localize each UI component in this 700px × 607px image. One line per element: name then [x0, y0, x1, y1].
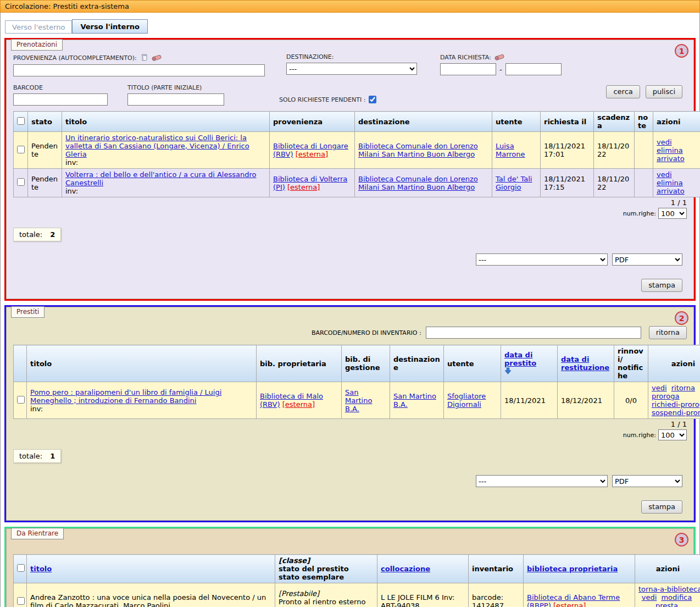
provenienza-label: PROVENIENZA (AUTOCOMPLETAMENTO):	[13, 53, 265, 62]
ritorna-button[interactable]: ritorna	[649, 326, 687, 339]
solo-richieste-checkbox[interactable]	[369, 96, 376, 103]
provenienza-input[interactable]	[13, 64, 265, 76]
elimina-link[interactable]: elimina	[657, 146, 683, 154]
elimina-link[interactable]: elimina	[657, 179, 683, 187]
titolo-cell: Volterra : del bello e dell'antico / a c…	[62, 169, 270, 197]
vedi-link[interactable]: vedi	[652, 384, 667, 392]
section-badge-1: 1	[675, 44, 688, 58]
titolo-parte-input[interactable]	[127, 93, 224, 106]
vedi-link[interactable]: vedi	[657, 170, 672, 179]
data-richiesta-da-input[interactable]	[440, 63, 496, 75]
solo-richieste-label: SOLO RICHIESTE PENDENTI :	[279, 96, 365, 103]
sort-desc-icon[interactable]	[504, 367, 512, 374]
table-row: Pomo pero : paralipomeni d'un libro di f…	[14, 382, 700, 419]
barcode-label: BARCODE	[13, 84, 108, 91]
titolo-link[interactable]: Volterra : del bello e dell'antico / a c…	[65, 170, 256, 187]
data-richiesta-a-input[interactable]	[505, 63, 562, 75]
da-rientrare-table: titolo [classe] stato del prestito stato…	[13, 554, 700, 607]
row-checkbox[interactable]	[17, 396, 25, 404]
select-all-checkbox[interactable]	[17, 564, 25, 572]
titolo-sort-link[interactable]: titolo	[30, 565, 52, 573]
autocomplete-list-icon[interactable]	[140, 53, 148, 62]
esterna-tag[interactable]: [esterna]	[287, 183, 320, 191]
ritorna-link[interactable]: ritorna	[671, 384, 695, 392]
row-checkbox[interactable]	[17, 178, 25, 186]
arrivato-link[interactable]: arrivato	[657, 187, 685, 195]
col-bib-gestione: bib. di gestione	[342, 345, 390, 382]
note-cell	[635, 169, 653, 197]
col-scadenza: scadenza	[594, 112, 635, 132]
provenienza-eraser-icon[interactable]	[152, 54, 162, 62]
pulisci-button[interactable]: pulisci	[646, 85, 682, 98]
note-cell	[635, 132, 653, 169]
classe-value: [Prestabile]	[279, 589, 319, 598]
section-prestiti: Prestiti 2 BARCODE/NUMERO DI INVENTARIO …	[4, 305, 696, 522]
da-rientrare-legend: Da Rientrare	[11, 528, 64, 539]
proroga-link[interactable]: proroga	[652, 392, 680, 400]
arrivato-link[interactable]: arrivato	[657, 154, 685, 163]
export-action-select[interactable]: ---	[476, 253, 608, 266]
torna-a-biblioteca-extra-link[interactable]: torna-a-biblioteca-extra	[638, 585, 700, 593]
destinazione-link[interactable]: Biblioteca Comunale don Lorenzo Milani S…	[358, 175, 478, 191]
utente-link[interactable]: Sfogliatore Digiornali	[447, 392, 486, 409]
destinazione-link[interactable]: San Martino B.A.	[393, 392, 436, 409]
titolo-cell: Pomo pero : paralipomeni d'un libro di f…	[27, 382, 257, 419]
export-format-select[interactable]: PDF	[612, 253, 682, 266]
titolo-cell: Andrea Zanzotto : una voce unica nella p…	[27, 583, 275, 607]
cerca-button[interactable]: cerca	[606, 85, 640, 98]
barcode-inventario-input[interactable]	[426, 327, 641, 339]
data-restituzione-sort-link[interactable]: data di restituzione	[561, 355, 609, 372]
data-richiesta-eraser-icon[interactable]	[495, 53, 504, 61]
utente-link[interactable]: Tal de' Tali Giorgio	[496, 175, 532, 191]
esterna-tag[interactable]: [esterna]	[282, 400, 315, 409]
utente-link[interactable]: Luisa Marrone	[496, 142, 525, 158]
row-checkbox[interactable]	[17, 597, 25, 605]
bib-gestione-link[interactable]: San Martino B.A.	[345, 388, 372, 413]
sospendi-proroga-link[interactable]: sospendi-proroga	[652, 409, 700, 417]
stampa-button[interactable]: stampa	[641, 279, 682, 292]
export-action-select[interactable]: ---	[476, 475, 608, 487]
num-righe-select[interactable]: 100	[658, 429, 687, 440]
row-checkbox[interactable]	[17, 146, 25, 153]
esterna-tag[interactable]: [esterna]	[553, 602, 586, 607]
vedi-link[interactable]: vedi	[642, 593, 657, 602]
col-note: note	[635, 112, 653, 132]
richiedi-proroga-link[interactable]: richiedi-proroga	[652, 400, 700, 409]
tab-verso-interno[interactable]: Verso l'interno	[72, 19, 148, 34]
esterna-tag[interactable]: [esterna]	[296, 150, 328, 158]
inv-label: inv:	[30, 405, 43, 413]
select-all-checkbox[interactable]	[17, 117, 25, 125]
totale-box: totale: 1	[13, 449, 61, 463]
page-container: Verso l'esterno Verso l'interno Prenotaz…	[0, 13, 700, 607]
vedi-link[interactable]: vedi	[657, 138, 672, 146]
export-format-select[interactable]: PDF	[612, 475, 682, 487]
titolo-link[interactable]: Un itinerario storico-naturalistico sui …	[65, 134, 249, 158]
col-titolo: titolo	[27, 555, 275, 583]
num-righe-select[interactable]: 100	[658, 208, 687, 219]
richiesta-il-cell: 18/11/2021 17:01	[541, 132, 594, 169]
data-prestito-cell: 18/11/2021	[501, 382, 558, 419]
barcode-input[interactable]	[13, 93, 108, 106]
tab-verso-esterno[interactable]: Verso l'esterno	[5, 20, 72, 34]
col-destinazione: destinazione	[390, 345, 444, 382]
destinazione-select[interactable]: ---	[286, 63, 417, 75]
col-bib-proprietaria: bib. proprietaria	[257, 345, 342, 382]
presta-link[interactable]: presta	[655, 602, 678, 607]
col-inventario: inventario	[469, 555, 524, 583]
section-da-rientrare: Da Rientrare 3 titolo [classe] s	[4, 527, 696, 607]
stampa-button[interactable]: stampa	[641, 500, 682, 514]
stato-cell: Pendente	[28, 132, 62, 169]
titolo-link[interactable]: Pomo pero : paralipomeni d'un libro di f…	[30, 388, 221, 405]
biblioteca-sort-link[interactable]: biblioteca proprietaria	[527, 565, 618, 573]
window-title: Circolazione: Prestiti extra-sistema	[0, 0, 700, 13]
collocazione-sort-link[interactable]: collocazione	[381, 565, 430, 573]
data-prestito-sort-link[interactable]: data di prestito	[504, 351, 536, 367]
destinazione-label: DESTINAZIONE:	[286, 53, 417, 60]
select-all-header	[14, 555, 27, 583]
destinazione-link[interactable]: Biblioteca Comunale don Lorenzo Milani S…	[358, 142, 478, 158]
col-utente: utente	[444, 345, 501, 382]
stato-cell: Pendente	[28, 169, 62, 197]
section-badge-2: 2	[675, 311, 688, 325]
modifica-link[interactable]: modifica	[661, 593, 692, 602]
col-azioni: azioni	[653, 112, 700, 132]
